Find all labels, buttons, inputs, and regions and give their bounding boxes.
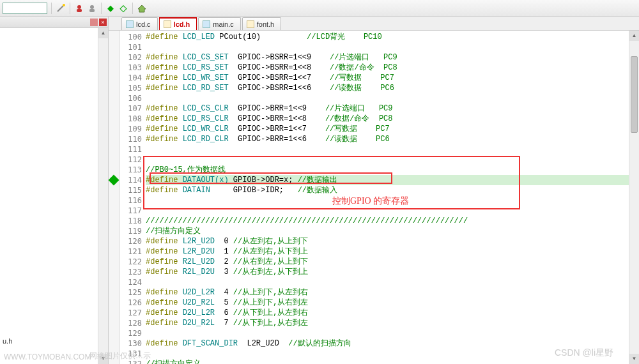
panel-scrollbar[interactable]: ▲ ▼ [98, 28, 108, 364]
line-number: 117 [120, 206, 142, 216]
file-icon [126, 20, 134, 28]
tab-main-c[interactable]: main.c [198, 17, 240, 30]
line-number: 118 [120, 216, 142, 226]
tab-lcd-c[interactable]: lcd.c [121, 17, 158, 30]
line-number: 115 [120, 185, 142, 195]
line-number: 119 [120, 226, 142, 236]
code-line[interactable] [146, 328, 639, 338]
code-area[interactable]: 1001011021031041051061071081091101111121… [109, 31, 639, 364]
tab-bar: lcd.clcd.hmain.cfont.h [109, 17, 639, 31]
diamond-outline-icon[interactable] [118, 3, 128, 13]
code-line[interactable] [146, 144, 639, 155]
code-line[interactable]: #define D2U_R2L 7 //从下到上,从右到左 [146, 318, 639, 328]
tab-label: lcd.h [174, 20, 190, 28]
code-line[interactable] [146, 206, 639, 216]
code-line[interactable]: #define LCD_RD_SET GPIOC->BSRR=1<<6 //读数… [146, 83, 639, 93]
svg-marker-8 [138, 5, 146, 12]
diamond-green-icon[interactable] [105, 3, 116, 13]
line-number: 123 [120, 267, 142, 277]
breakpoint-margin[interactable] [109, 31, 120, 364]
code-line[interactable]: #define U2D_R2L 5 //从上到下,从右到左 [146, 298, 639, 308]
tab-font-h[interactable]: font.h [242, 17, 282, 30]
code-line[interactable]: #define L2R_U2D 0 //从左到右,从上到下 [146, 236, 639, 246]
code-line[interactable]: #define LCD_RS_CLR GPIOC->BRR=1<<8 //数据/… [146, 114, 639, 124]
scrollbar-thumb[interactable] [631, 56, 638, 133]
line-number: 108 [120, 114, 142, 124]
line-number-gutter: 1001011021031041051061071081091101111121… [120, 31, 146, 364]
code-line[interactable]: //扫描方向定义 [146, 359, 639, 364]
code-line[interactable]: #define LCD_WR_SET GPIOC->BSRR=1<<7 //写数… [146, 73, 639, 83]
scroll-down-icon[interactable]: ▼ [98, 354, 108, 364]
line-number: 113 [120, 165, 142, 175]
line-number: 130 [120, 338, 142, 349]
svg-point-4 [90, 5, 94, 9]
line-number: 127 [120, 308, 142, 318]
code-line[interactable]: #define LCD_WR_CLR GPIOC->BRR=1<<7 //写数据… [146, 124, 639, 134]
editor-area: lcd.clcd.hmain.cfont.h 10010110210310410… [109, 17, 639, 364]
line-number: 129 [120, 328, 142, 338]
svg-rect-7 [120, 5, 127, 11]
svg-rect-5 [89, 9, 95, 12]
code-line[interactable]: #define DFT_SCAN_DIR L2R_U2D //默认的扫描方向 [146, 338, 639, 349]
line-number: 122 [120, 257, 142, 267]
scroll-down-icon[interactable]: ▼ [629, 354, 639, 364]
line-number: 121 [120, 246, 142, 257]
code-line[interactable]: //扫描方向定义 [146, 226, 639, 236]
toolbar-combo[interactable] [3, 3, 47, 14]
code-line[interactable]: #define R2L_D2U 3 //从右到左,从下到上 [146, 267, 639, 277]
line-number: 103 [120, 63, 142, 73]
line-number: 132 [120, 359, 142, 364]
line-number: 125 [120, 287, 142, 298]
file-icon [164, 20, 171, 28]
line-number: 120 [120, 236, 142, 246]
home-icon[interactable] [137, 3, 147, 13]
line-number: 101 [120, 42, 142, 52]
code-line[interactable] [146, 42, 639, 52]
people-red-icon[interactable] [74, 3, 84, 13]
separator [132, 3, 133, 14]
scroll-up-icon[interactable]: ▲ [98, 28, 108, 38]
tab-lcd-h[interactable]: lcd.h [159, 17, 197, 30]
close-icon[interactable]: × [99, 19, 107, 26]
code-line[interactable]: #define LCD_LED PCout(10) //LCD背光 PC10 [146, 32, 639, 42]
code-line[interactable]: #define LCD_CS_SET GPIOC->BSRR=1<<9 //片选… [146, 52, 639, 63]
code-line[interactable]: #define L2R_D2U 1 //从左到右,从下到上 [146, 246, 639, 257]
people-gray-icon[interactable] [87, 3, 97, 13]
editor-scrollbar[interactable]: ▲ ▼ [629, 31, 639, 364]
code-line[interactable] [146, 277, 639, 287]
pin-icon[interactable] [90, 19, 98, 26]
line-number: 104 [120, 73, 142, 83]
code-line[interactable] [146, 93, 639, 103]
code-line[interactable] [146, 155, 639, 165]
scroll-up-icon[interactable]: ▲ [629, 31, 639, 41]
line-number: 111 [120, 144, 142, 155]
line-number: 116 [120, 195, 142, 206]
line-number: 105 [120, 83, 142, 93]
code-line[interactable] [146, 349, 639, 359]
code-line[interactable]: #define LCD_RD_CLR GPIOC->BRR=1<<6 //读数据… [146, 134, 639, 144]
line-number: 112 [120, 155, 142, 165]
code-line[interactable]: #define D2U_L2R 6 //从下到上,从左到右 [146, 308, 639, 318]
file-icon [247, 20, 254, 28]
svg-point-1 [63, 4, 65, 6]
tab-label: main.c [213, 20, 233, 28]
wand-icon[interactable] [56, 3, 66, 13]
line-number: 109 [120, 124, 142, 134]
code-line[interactable]: #define U2D_L2R 4 //从上到下,从左到右 [146, 287, 639, 298]
line-number: 102 [120, 52, 142, 63]
code-line[interactable]: #define DATAIN GPIOB->IDR; //数据输入 [146, 185, 639, 195]
code-line[interactable]: #define LCD_CS_CLR GPIOC->BRR=1<<9 //片选端… [146, 103, 639, 114]
execution-marker-icon [109, 175, 119, 186]
code-line[interactable]: //PB0~15,作为数据线 [146, 165, 639, 175]
annotation-text: 控制GPIO 的寄存器 [332, 195, 409, 207]
code-line[interactable]: #define R2L_U2D 2 //从右到左,从上到下 [146, 257, 639, 267]
line-number: 110 [120, 134, 142, 144]
svg-point-2 [77, 5, 81, 9]
panel-file-item[interactable]: u.h [3, 337, 12, 345]
line-number: 124 [120, 277, 142, 287]
code-line[interactable]: #define DATAOUT(x) GPIOB->ODR=x; //数据输出 [146, 175, 639, 185]
code-line[interactable]: #define LCD_RS_SET GPIOC->BSRR=1<<8 //数据… [146, 63, 639, 73]
separator [51, 3, 52, 14]
code-line[interactable]: ////////////////////////////////////////… [146, 216, 639, 226]
separator [101, 3, 102, 14]
